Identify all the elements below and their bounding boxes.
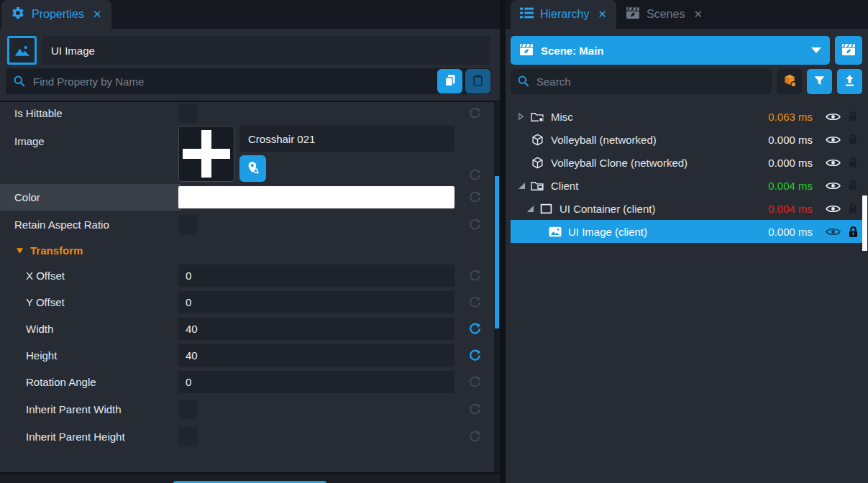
- width-input[interactable]: [178, 318, 454, 340]
- close-icon[interactable]: ✕: [93, 8, 102, 21]
- reset-icon[interactable]: [469, 376, 481, 388]
- hierarchy-row-volleyball[interactable]: Volleyball (networked) 0.000 ms: [511, 128, 862, 151]
- hierarchy-row-ui-container[interactable]: UI Container (client) 0.004 ms: [511, 197, 862, 220]
- reset-icon[interactable]: [469, 296, 481, 308]
- inherit-parent-height-checkbox[interactable]: [178, 427, 198, 446]
- reset-icon[interactable]: [469, 270, 481, 282]
- inherit-parent-width-checkbox[interactable]: [178, 400, 198, 419]
- entity-name-input[interactable]: [42, 36, 490, 65]
- open-scenes-button[interactable]: [835, 36, 862, 65]
- visibility-eye-icon[interactable]: [822, 158, 844, 167]
- x-offset-input[interactable]: [178, 264, 454, 287]
- entity-name: UI Image (client): [568, 226, 647, 238]
- chevron-down-icon: [16, 244, 24, 257]
- lock-icon[interactable]: [844, 134, 862, 145]
- hierarchy-row-volleyball-clone[interactable]: Volleyball Clone (networked) 0.000 ms: [511, 151, 862, 174]
- expander-expanded-icon[interactable]: [526, 205, 536, 213]
- hierarchy-tabbar: Hierarchy ✕ Scenes ✕: [506, 0, 868, 29]
- inherit-parent-height-label: Inherit Parent Height: [14, 431, 178, 443]
- properties-scrollbar-track[interactable]: [494, 101, 500, 472]
- height-input[interactable]: [178, 344, 454, 367]
- cube-icon: [531, 157, 544, 169]
- hierarchy-scrollbar-thumb[interactable]: [862, 196, 867, 251]
- hierarchy-row-client[interactable]: Client 0.004 ms: [511, 174, 862, 197]
- reset-icon[interactable]: [469, 403, 481, 415]
- image-icon: [548, 226, 562, 237]
- reset-icon-active[interactable]: [469, 349, 481, 362]
- search-icon: [13, 75, 26, 91]
- entity-name: Misc: [551, 111, 573, 123]
- close-icon[interactable]: ✕: [693, 8, 703, 21]
- tab-hierarchy-label: Hierarchy: [540, 8, 589, 21]
- property-row-inherit-parent-height: Inherit Parent Height: [0, 423, 500, 450]
- is-hittable-checkbox[interactable]: [178, 104, 198, 123]
- property-row-color: Color: [0, 184, 500, 211]
- copy-icon: [444, 74, 457, 89]
- properties-scrollbar-thumb[interactable]: [495, 176, 499, 328]
- tab-hierarchy[interactable]: Hierarchy ✕: [511, 0, 616, 29]
- perf-ms: 0.000 ms: [744, 134, 813, 146]
- reset-icon[interactable]: [469, 169, 481, 181]
- lock-icon[interactable]: [844, 203, 862, 214]
- hierarchy-row-misc[interactable]: Misc 0.063 ms: [511, 105, 862, 128]
- hierarchy-search-input[interactable]: [511, 69, 772, 94]
- hierarchy-tree: Misc 0.063 ms Volleyball (networked): [511, 105, 862, 243]
- lock-icon[interactable]: [844, 157, 862, 168]
- y-offset-input[interactable]: [178, 291, 454, 313]
- scene-selector-dropdown[interactable]: Scene: Main: [511, 36, 830, 65]
- image-label: Image: [14, 135, 178, 147]
- hierarchy-row-ui-image-selected[interactable]: UI Image (client) 0.000 ms: [511, 220, 862, 243]
- paste-properties-button[interactable]: [465, 69, 490, 93]
- tab-properties[interactable]: Properties ✕: [1, 0, 111, 29]
- reset-icon[interactable]: [469, 431, 481, 443]
- transform-section-label: Transform: [30, 244, 83, 257]
- lock-icon[interactable]: [844, 180, 862, 191]
- retain-aspect-ratio-checkbox[interactable]: [178, 215, 198, 234]
- copy-properties-button[interactable]: [437, 69, 462, 93]
- lock-icon[interactable]: [844, 111, 862, 122]
- upload-button[interactable]: [837, 69, 862, 94]
- entity-name: Client: [551, 180, 578, 192]
- property-row-y-offset: Y Offset: [0, 289, 500, 316]
- transform-section-header[interactable]: Transform: [0, 239, 500, 262]
- properties-body: Is Hittable Image Crosshair 021: [0, 29, 500, 483]
- image-asset-field[interactable]: Crosshair 021: [239, 126, 454, 152]
- scene-selector-label: Scene: Main: [541, 45, 604, 57]
- expander-collapsed-icon[interactable]: [518, 112, 528, 121]
- close-icon[interactable]: ✕: [598, 8, 607, 21]
- tab-scenes[interactable]: Scenes ✕: [616, 0, 712, 29]
- visibility-eye-icon[interactable]: [822, 112, 844, 121]
- expander-expanded-icon[interactable]: [518, 182, 528, 190]
- entity-name: Volleyball Clone (networked): [551, 157, 687, 169]
- color-label: Color: [14, 191, 178, 203]
- clipboard-icon: [472, 74, 484, 89]
- reset-icon[interactable]: [469, 107, 481, 119]
- container-square-icon: [539, 203, 553, 214]
- is-hittable-label: Is Hittable: [14, 107, 178, 119]
- width-label: Width: [14, 323, 178, 335]
- filter-button[interactable]: [807, 69, 832, 94]
- asset-picker-button[interactable]: [239, 155, 266, 182]
- entity-cube-toggle-button[interactable]: [777, 69, 802, 94]
- perf-ms: 0.063 ms: [744, 111, 813, 123]
- hierarchy-list-icon: [520, 7, 534, 22]
- property-row-rotation-angle: Rotation Angle: [0, 369, 500, 395]
- image-thumbnail[interactable]: [178, 126, 234, 182]
- visibility-eye-icon[interactable]: [822, 204, 844, 213]
- visibility-eye-icon[interactable]: [822, 227, 844, 236]
- pin-search-icon: [246, 161, 260, 177]
- reset-icon[interactable]: [469, 191, 481, 203]
- perf-ms: 0.000 ms: [744, 157, 813, 169]
- color-swatch[interactable]: [178, 186, 454, 208]
- cube-badge-icon: [782, 73, 797, 90]
- lock-icon-locked[interactable]: [844, 226, 862, 238]
- rotation-angle-input[interactable]: [178, 371, 454, 393]
- reset-icon-active[interactable]: [469, 323, 481, 335]
- clapperboard-icon: [519, 43, 534, 58]
- property-search-input[interactable]: [6, 68, 490, 94]
- visibility-eye-icon[interactable]: [822, 181, 844, 190]
- upload-icon: [844, 75, 856, 89]
- cube-icon: [531, 134, 544, 146]
- visibility-eye-icon[interactable]: [822, 135, 844, 144]
- reset-icon[interactable]: [469, 218, 481, 231]
